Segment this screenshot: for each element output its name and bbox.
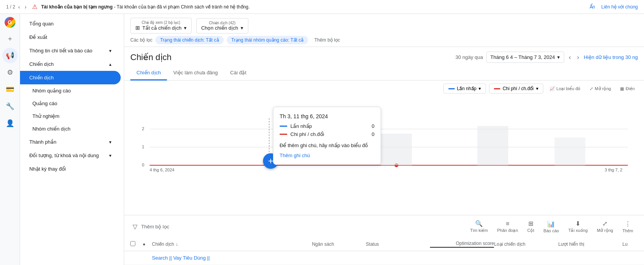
- columns-icon: ⊞: [528, 220, 533, 227]
- svg-text:1: 1: [142, 144, 144, 149]
- expand-icon: ⤢: [590, 86, 593, 91]
- show-data-link[interactable]: Hiện dữ liệu trong 30 ng: [584, 54, 638, 60]
- add-note-button[interactable]: Thêm ghi chú: [280, 153, 310, 158]
- date-range-dropdown[interactable]: Tháng 6 4 – Tháng 7 3, 2024 ▾: [486, 52, 564, 63]
- download-icon: ⬇: [575, 220, 580, 227]
- sidebar-item-quang-cao[interactable]: Quảng cáo: [20, 97, 124, 110]
- tooltip-date: Th 3, 11 thg 6, 2024: [280, 113, 374, 119]
- date-prev-button[interactable]: ‹: [567, 52, 572, 62]
- google-logo: G: [5, 17, 15, 28]
- tooltip-row-clicks: Lần nhấp 0: [280, 123, 374, 129]
- next-notif-button[interactable]: ›: [23, 3, 28, 11]
- metric1-button[interactable]: Lần nhấp ▾: [443, 84, 486, 94]
- more-icon: ⋮: [625, 220, 631, 228]
- sidebar-item-thong-tin[interactable]: Thông tin chi tiết và báo cáo ▾: [20, 44, 121, 57]
- sidebar-icon-billing[interactable]: 💳: [2, 82, 18, 97]
- campaign-name-cell: Search || Vay Tiêu Dùng ||: [152, 255, 638, 261]
- svg-rect-14: [555, 138, 585, 165]
- select-all-checkbox[interactable]: [130, 241, 135, 246]
- notif-title: Tài khoản của bạn bị tạm ngưng: [41, 4, 113, 10]
- campaign-link[interactable]: Search || Vay Tiêu Dùng ||: [152, 255, 210, 261]
- segment-icon: ≡: [506, 220, 509, 227]
- bottom-toolbar: ▽ Thêm bộ lọc 🔍 Tìm kiếm ≡ Phân đoạn ⊞ C…: [124, 215, 644, 238]
- table-header: ● Chiến dịch ↓ Ngân sách Status Optimiza…: [124, 238, 644, 251]
- expand-action-button[interactable]: ⤢ Mở rộng: [592, 218, 618, 235]
- search-action-button[interactable]: 🔍 Tìm kiếm: [465, 218, 492, 235]
- sidebar-icon-tools[interactable]: ⚙: [2, 65, 18, 80]
- report-icon: 📊: [547, 220, 555, 228]
- tooltip-note: Để thêm ghi chú, hãy nhấp vào biểu đồ: [280, 142, 374, 149]
- sidebar-item-thanh-phan[interactable]: Thành phần ▾: [20, 135, 121, 149]
- contact-link[interactable]: Liên hệ với chúng: [601, 4, 638, 10]
- view-mode-dropdown[interactable]: Chế độ xem (2 bộ lọc) ⊞ Tất cả chiến dịc…: [130, 18, 192, 34]
- sidebar-icon-settings[interactable]: 🔧: [2, 99, 18, 114]
- sidebar-item-nhat-ky[interactable]: Nhật ký thay đổi: [20, 162, 121, 176]
- tabs: Chiến dịch Việc làm chưa đăng Cài đặt: [124, 66, 644, 81]
- campaign-status-filter[interactable]: Trạng thái chiến dịch: Tất cả: [155, 36, 223, 44]
- notif-message: - Tài khoản của bạn đã vi phạm Chính sác…: [114, 4, 250, 10]
- metric2-label: Chi phí / ch.đổi: [502, 86, 533, 91]
- warning-icon: ⚠: [32, 3, 37, 10]
- view-mode-label-main: ⊞ Tất cả chiến dịch ▾: [135, 25, 187, 31]
- campaign-select-label: Chọn chiến dịch ▾: [201, 25, 243, 31]
- adgroup-status-filter[interactable]: Trạng thái nhóm quảng cáo: Tất cả: [227, 36, 308, 44]
- tab-chien-dich[interactable]: Chiến dịch: [130, 66, 167, 81]
- report-action-button[interactable]: 📊 Báo cáo: [539, 219, 563, 235]
- prev-notif-button[interactable]: ‹: [17, 3, 22, 11]
- svg-rect-13: [477, 126, 508, 165]
- tab-cai-dat[interactable]: Cài đặt: [224, 66, 253, 81]
- tab-viec-lam[interactable]: Việc làm chưa đăng: [167, 66, 224, 81]
- add-filter-button-top[interactable]: Thêm bộ lọc: [311, 36, 343, 44]
- chevron-up-icon: ▴: [109, 62, 111, 67]
- tooltip-metric1-value: 0: [372, 123, 374, 129]
- blue-line-icon: [448, 88, 455, 89]
- chart-tooltip: Th 3, 11 thg 6, 2024 Lần nhấp 0 Chi phí …: [273, 107, 381, 165]
- notification-bar: 1 / 2 ‹ › ⚠ Tài khoản của bạn bị tạm ngư…: [0, 0, 644, 14]
- sidebar-item-thu-nghiem[interactable]: Thử nghiệm: [20, 110, 124, 122]
- sidebar: G ＋ 📢 ⚙ 💳 🔧 👤: [0, 14, 20, 265]
- sidebar-item-nhom-chien-dich[interactable]: Nhóm chiến dịch: [20, 122, 124, 135]
- sidebar-item-chien-dich-active[interactable]: Chiến dịch: [20, 71, 121, 84]
- expand-icon-2: ⤢: [602, 220, 607, 227]
- sidebar-item-de-xuat[interactable]: Đề xuất: [20, 30, 121, 44]
- notif-text: Tài khoản của bạn bị tạm ngưng - Tài kho…: [41, 4, 586, 10]
- chevron-icon: ▾: [184, 25, 187, 31]
- chart-svg-wrapper[interactable]: 0 1 2 4 thg 6, 2024 3 thg 7, 2: [130, 95, 638, 172]
- date-controls: 30 ngày qua Tháng 6 4 – Tháng 7 3, 2024 …: [455, 52, 638, 63]
- tooltip-metric2-label: Chi phí / ch.đổi: [290, 131, 324, 137]
- th-impressions: Lượt hiển thị: [558, 242, 622, 247]
- columns-action-button[interactable]: ⊞ Cột: [523, 218, 539, 235]
- tooltip-metric1-label: Lần nhấp: [290, 123, 312, 129]
- hide-notif-link[interactable]: Ẩn: [590, 4, 595, 10]
- sidebar-icon-campaigns[interactable]: 📢: [2, 48, 18, 63]
- notif-nav: 1 / 2 ‹ ›: [6, 3, 28, 11]
- sidebar-item-doi-tuong[interactable]: Đối tượng, từ khoá và nội dung ▾: [20, 149, 121, 162]
- th-campaign[interactable]: Chiến dịch ↓: [152, 242, 280, 247]
- segment-action-button[interactable]: ≡ Phân đoạn: [492, 219, 523, 235]
- date-range-label: Tháng 6 4 – Tháng 7 3, 2024: [491, 54, 555, 60]
- chart-type-button[interactable]: 📈 Loại biểu đồ: [546, 85, 584, 93]
- sidebar-icon-add[interactable]: ＋: [2, 31, 18, 46]
- chevron-down-icon-campaign: ▾: [241, 25, 243, 31]
- sidebar-icon-admin[interactable]: 👤: [2, 116, 18, 131]
- fill-chart-button[interactable]: ▦ Điền: [617, 85, 638, 93]
- metric2-button[interactable]: Chi phí / ch.đổi ▾: [489, 84, 543, 94]
- date-next-button[interactable]: ›: [575, 52, 580, 62]
- page-header: Chiến dịch 30 ngày qua Tháng 6 4 – Tháng…: [124, 47, 644, 63]
- more-action-button[interactable]: ⋮ Thêm: [618, 219, 638, 235]
- view-mode-label-small: Chế độ xem (2 bộ lọc): [135, 20, 187, 25]
- chevron-down-icon-3: ▾: [109, 153, 111, 158]
- chevron-down-icon: ▾: [109, 48, 111, 54]
- th-status-col: Status: [366, 242, 430, 247]
- campaign-select-dropdown[interactable]: Chiến dịch (42) Chọn chiến dịch ▾: [196, 18, 248, 34]
- sidebar-item-chien-dich-group[interactable]: Chiến dịch ▴: [20, 57, 121, 71]
- sidebar-item-nhom-quang-cao[interactable]: Nhóm quảng cáo: [20, 84, 124, 97]
- filter-bar: Các bộ lọc Trạng thái chiến dịch: Tất cả…: [124, 34, 644, 47]
- notif-actions: Ẩn Liên hệ với chúng: [590, 4, 638, 10]
- th-status-dot: ●: [143, 242, 152, 247]
- chevron-down-icon-2: ▾: [109, 139, 111, 145]
- filter-icon-button[interactable]: ▽: [130, 221, 140, 233]
- expand-chart-button[interactable]: ⤢ Mở rộng: [587, 85, 614, 93]
- sidebar-item-tong-quan[interactable]: Tổng quan: [20, 17, 121, 30]
- download-action-button[interactable]: ⬇ Tải xuống: [564, 218, 592, 235]
